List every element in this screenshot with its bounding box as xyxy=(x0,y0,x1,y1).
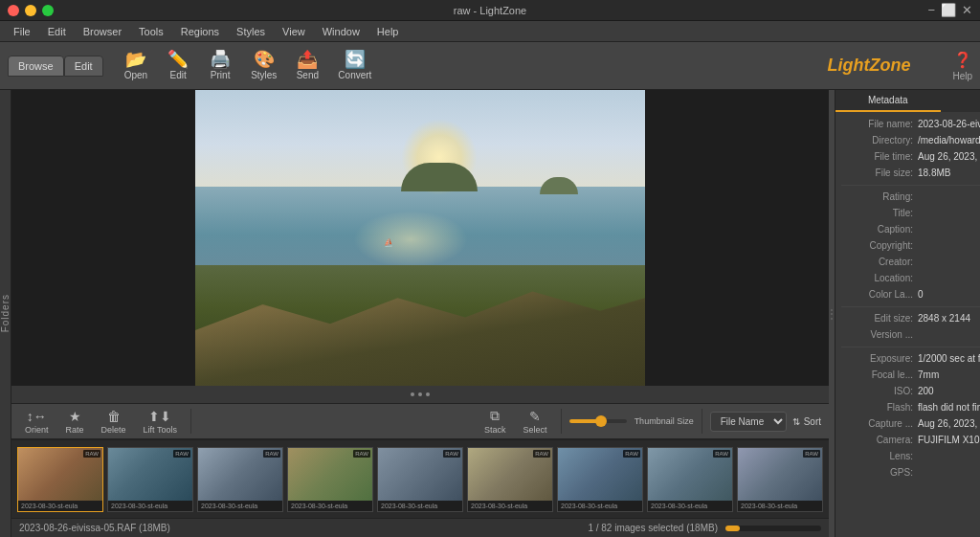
titlebar-window-controls[interactable] xyxy=(8,5,54,16)
help-button[interactable]: ❓ Help xyxy=(952,51,972,81)
menu-view[interactable]: View xyxy=(275,24,313,39)
thumb-label-3: 2023-08-30-st-eula xyxy=(198,501,282,511)
meta-creator-key: Creator: xyxy=(841,256,918,269)
progress-fill xyxy=(725,526,740,531)
meta-lens-row: Lens: xyxy=(841,450,980,463)
menu-help[interactable]: Help xyxy=(369,24,407,39)
bottom-toolbar: ↕↔ Orient ★ Rate 🗑 Delete ⬆⬇ Lift Tools … xyxy=(11,403,829,439)
meta-copyright-key: Copyright: xyxy=(841,239,918,253)
browse-tab[interactable]: Browse xyxy=(8,56,64,77)
filmstrip: 2023-08-30-st-eula RAW 2023-08-30-st-eul… xyxy=(11,439,829,518)
slider-thumb[interactable] xyxy=(595,415,607,427)
raw-badge-2: RAW xyxy=(173,450,190,458)
delete-tool[interactable]: 🗑 Delete xyxy=(96,407,132,436)
image-count: 1 / 82 images selected (18MB) xyxy=(588,523,718,533)
meta-colorlabel-val: 0 xyxy=(918,288,980,302)
meta-rating-row: Rating: xyxy=(841,190,980,204)
statusbar-filename: 2023-08-26-eivissa-05.RAF (18MB) xyxy=(19,523,170,533)
titlebar-right-controls: − ⬜ ✕ xyxy=(927,3,972,17)
meta-caption-key: Caption: xyxy=(841,223,918,236)
send-button[interactable]: 📤 Send xyxy=(288,47,326,84)
meta-copyright-val xyxy=(918,239,980,253)
sort-direction-button[interactable]: ⇅ Sort xyxy=(792,416,821,427)
meta-filename-val: 2023-08-26-eivissa-09.RAF xyxy=(918,118,980,131)
meta-rating-key: Rating: xyxy=(841,190,918,204)
open-icon: 📂 xyxy=(125,51,146,68)
thumbnail-9[interactable]: 2023-08-30-st-eula RAW xyxy=(737,447,823,512)
image-preview: ⛵ ■■ xyxy=(11,90,829,386)
menu-edit[interactable]: Edit xyxy=(40,24,74,39)
thumb-label-7: 2023-08-30-st-eula xyxy=(558,501,642,511)
meta-camera-val: FUJIFILM X10 xyxy=(918,434,980,447)
thumbnail-size-label: Thumbnail Size xyxy=(635,416,694,426)
meta-caption-row: Caption: xyxy=(841,223,980,236)
thumb-label-6: 2023-08-30-st-eula xyxy=(468,501,552,511)
menu-regions[interactable]: Regions xyxy=(173,24,227,39)
folders-label: Folders xyxy=(0,294,11,332)
print-label: Print xyxy=(211,70,231,80)
thumbnail-1[interactable]: 2023-08-30-st-eula RAW xyxy=(17,447,103,512)
orient-tool[interactable]: ↕↔ Orient xyxy=(19,407,55,436)
metadata-tab[interactable]: Metadata xyxy=(835,90,941,112)
orient-label: Orient xyxy=(25,425,49,435)
raw-badge-7: RAW xyxy=(623,450,640,458)
thumbnail-7[interactable]: 2023-08-30-st-eula RAW xyxy=(557,447,643,512)
select-tool[interactable]: ✎ Select xyxy=(518,407,553,436)
raw-badge-3: RAW xyxy=(263,450,280,458)
send-label: Send xyxy=(297,70,319,80)
thumbnail-5[interactable]: 2023-08-30-st-eula RAW xyxy=(377,447,463,512)
menu-styles[interactable]: Styles xyxy=(229,24,273,39)
maximize-button[interactable] xyxy=(42,5,54,16)
meta-camera-row: Camera: FUJIFILM X10 xyxy=(841,434,980,447)
thumbnail-2[interactable]: 2023-08-30-st-eula RAW xyxy=(107,447,193,512)
menu-tools[interactable]: Tools xyxy=(131,24,171,39)
styles-button[interactable]: 🎨 Styles xyxy=(243,47,284,84)
meta-location-row: Location: xyxy=(841,272,980,285)
right-panel-tabs: Metadata Info xyxy=(835,90,980,112)
thumbnail-6[interactable]: 2023-08-30-st-eula RAW xyxy=(467,447,553,512)
edit-tab[interactable]: Edit xyxy=(64,56,103,77)
lift-tools-tool[interactable]: ⬆⬇ Lift Tools xyxy=(138,407,183,436)
close-button[interactable] xyxy=(8,5,19,16)
raw-badge-9: RAW xyxy=(803,450,820,458)
print-button[interactable]: 🖨️ Print xyxy=(201,47,239,84)
minimize-button[interactable] xyxy=(25,5,36,16)
raw-badge-1: RAW xyxy=(83,450,100,458)
meta-divider-1 xyxy=(841,185,980,186)
thumb-label-1: 2023-08-30-st-eula xyxy=(18,501,102,511)
restore-icon[interactable]: ⬜ xyxy=(941,3,956,17)
open-button[interactable]: 📂 Open xyxy=(117,47,155,84)
minimize-icon[interactable]: − xyxy=(927,3,935,17)
meta-title-key: Title: xyxy=(841,207,918,220)
meta-filename-row: File name: 2023-08-26-eivissa-09.RAF xyxy=(841,118,980,131)
convert-button[interactable]: 🔄 Convert xyxy=(330,47,379,84)
right-panel: Metadata Info File name: 2023-08-26-eivi… xyxy=(835,90,980,537)
main-content: Folders ⛵ ■■ xyxy=(0,90,980,537)
sort-select[interactable]: File Name xyxy=(710,412,787,432)
thumbnail-4[interactable]: 2023-08-30-st-eula RAW xyxy=(287,447,373,512)
meta-focal-row: Focal le... 7mm xyxy=(841,369,980,382)
meta-camera-key: Camera: xyxy=(841,434,918,447)
thumbnail-size-control[interactable]: Thumbnail Size xyxy=(569,416,694,426)
menu-browser[interactable]: Browser xyxy=(76,24,129,39)
info-tab[interactable]: Info xyxy=(941,90,981,112)
folders-sidebar[interactable]: Folders xyxy=(0,90,11,537)
thumbnail-3[interactable]: 2023-08-30-st-eula RAW xyxy=(197,447,283,512)
lift-tools-label: Lift Tools xyxy=(144,425,177,435)
thumbnail-8[interactable]: 2023-08-30-st-eula RAW xyxy=(647,447,733,512)
menu-file[interactable]: File xyxy=(6,24,38,39)
meta-rating-val xyxy=(918,190,980,204)
slider-track[interactable] xyxy=(569,419,627,423)
center-area: ⛵ ■■ ↕↔ Orient ★ Rate 🗑 Delete xyxy=(11,90,829,537)
edit-button[interactable]: ✏️ Edit xyxy=(159,47,197,84)
meta-gps-val xyxy=(918,466,980,480)
dot-2 xyxy=(418,392,422,396)
rate-tool[interactable]: ★ Rate xyxy=(60,407,90,436)
stack-tool[interactable]: ⧉ Stack xyxy=(479,406,512,436)
meta-iso-key: ISO: xyxy=(841,385,918,398)
statusbar-right: 1 / 82 images selected (18MB) xyxy=(588,523,821,533)
close-icon[interactable]: ✕ xyxy=(962,3,972,17)
meta-directory-row: Directory: /media/howard/samsung-usb-di xyxy=(841,134,980,147)
meta-focal-val: 7mm xyxy=(918,369,980,382)
menu-window[interactable]: Window xyxy=(315,24,368,39)
